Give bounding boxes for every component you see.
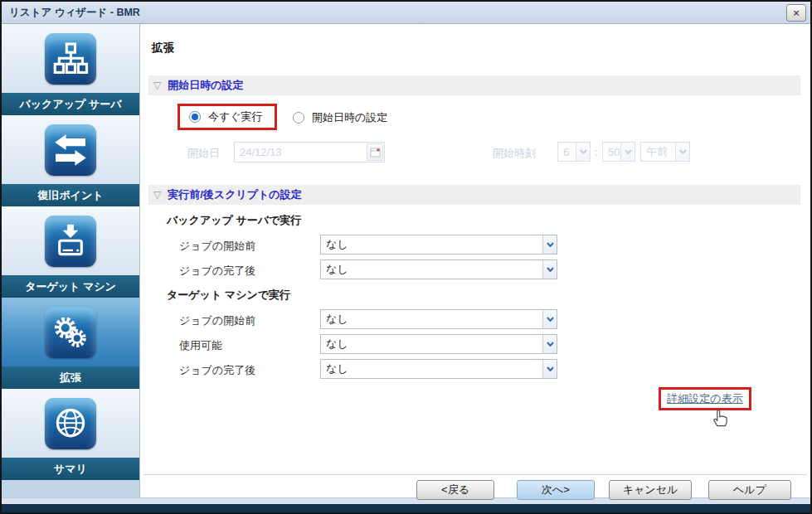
row-label: ジョブの完了後 — [179, 264, 255, 279]
sidebar-label-target-machine[interactable]: ターゲット マシン — [2, 275, 139, 298]
network-tree-icon — [45, 33, 96, 85]
cancel-button[interactable]: キャンセル — [609, 480, 692, 500]
chevron-down-icon[interactable] — [542, 360, 557, 378]
highlight-box-advanced-link: 詳細設定の表示 — [659, 387, 751, 410]
section-title: 実行前/後スクリプトの設定 — [168, 187, 301, 202]
titlebar: リストア ウィザード - BMR × — [2, 2, 810, 24]
tm-after-job-select[interactable]: なし — [320, 359, 557, 379]
close-icon: × — [793, 7, 800, 18]
start-time-label: 開始時刻 — [493, 146, 536, 161]
sidebar-label-summary[interactable]: サマリ — [2, 458, 139, 480]
row-label: ジョブの完了後 — [179, 363, 255, 378]
back-button[interactable]: <戻る — [416, 480, 494, 500]
next-button[interactable]: 次へ> — [517, 480, 595, 500]
gears-icon — [45, 307, 96, 358]
start-date-value: 24/12/13 — [235, 146, 367, 158]
collapse-triangle-icon[interactable]: ▽ — [153, 189, 161, 201]
hand-cursor-icon — [711, 407, 729, 431]
collapse-triangle-icon[interactable]: ▽ — [153, 80, 161, 91]
highlight-box-run-now: 今すぐ実行 — [177, 104, 277, 130]
radio-schedule-option[interactable]: 開始日時の設定 — [293, 110, 387, 125]
help-button[interactable]: ヘルプ — [708, 480, 791, 500]
sidebar-label-advanced[interactable]: 拡張 — [2, 366, 139, 389]
hour-select: 6 — [557, 142, 591, 162]
footer-divider — [143, 474, 807, 475]
target-machine-exec-heading: ターゲット マシンで実行 — [167, 288, 290, 303]
close-button[interactable]: × — [786, 4, 806, 22]
section-header-scripts[interactable]: ▽ 実行前/後スクリプトの設定 — [148, 185, 800, 205]
row-label: ジョブの開始前 — [179, 313, 255, 328]
sidebar-item-advanced[interactable]: 拡張 — [2, 298, 139, 389]
window-title: リストア ウィザード - BMR — [9, 6, 140, 20]
radio-run-now-label[interactable]: 今すぐ実行 — [208, 109, 263, 124]
backup-server-exec-heading: バックアップ サーバで実行 — [167, 213, 301, 228]
sidebar-item-target-machine[interactable]: ターゲット マシン — [2, 206, 139, 298]
row-label: ジョブの開始前 — [179, 239, 255, 254]
bottom-navy-bar — [2, 504, 810, 512]
ampm-select: 午前 — [640, 142, 690, 162]
chevron-down-icon[interactable] — [542, 260, 557, 279]
page-title: 拡張 — [152, 41, 174, 56]
start-date-input: 24/12/13 — [234, 142, 385, 162]
chevron-down-icon — [576, 143, 590, 161]
row-label: 使用可能 — [179, 338, 222, 353]
radio-schedule[interactable] — [293, 112, 304, 124]
section-header-start-datetime[interactable]: ▽ 開始日時の設定 — [148, 75, 800, 95]
chevron-down-icon[interactable] — [542, 335, 557, 353]
time-separator: : — [595, 146, 598, 158]
show-advanced-settings-link[interactable]: 詳細設定の表示 — [667, 391, 742, 406]
start-date-label: 開始日 — [187, 146, 220, 161]
globe-icon — [45, 398, 96, 449]
chevron-down-icon — [675, 143, 689, 161]
sidebar-label-recovery-point[interactable]: 復旧ポイント — [2, 184, 139, 206]
restore-wizard-dialog: リストア ウィザード - BMR × — [0, 0, 812, 514]
radio-run-now[interactable] — [189, 111, 201, 123]
tm-available-select[interactable]: なし — [320, 334, 557, 354]
restore-disk-icon — [45, 216, 96, 267]
tm-before-job-select[interactable]: なし — [320, 309, 557, 329]
sync-arrows-icon — [45, 124, 96, 176]
radio-schedule-label[interactable]: 開始日時の設定 — [312, 110, 387, 125]
bs-after-job-select[interactable]: なし — [320, 259, 557, 279]
calendar-icon — [367, 143, 383, 161]
sidebar-item-backup-server[interactable]: バックアップ サーバ — [2, 24, 139, 115]
advanced-step-panel: 拡張 ▽ 開始日時の設定 今すぐ実行 開始日時の設定 開始日 24/12/13 — [140, 24, 810, 497]
chevron-down-icon[interactable] — [542, 235, 557, 254]
chevron-down-icon — [620, 143, 635, 161]
wizard-steps-sidebar: バックアップ サーバ 復旧ポイント — [2, 24, 140, 497]
section-title: 開始日時の設定 — [168, 78, 243, 93]
minute-select: 50 — [602, 142, 635, 162]
sidebar-item-summary[interactable]: サマリ — [2, 389, 139, 480]
sidebar-item-recovery-point[interactable]: 復旧ポイント — [2, 115, 139, 206]
sidebar-label-backup-server[interactable]: バックアップ サーバ — [2, 93, 139, 115]
chevron-down-icon[interactable] — [542, 310, 557, 328]
bs-before-job-select[interactable]: なし — [320, 235, 557, 255]
